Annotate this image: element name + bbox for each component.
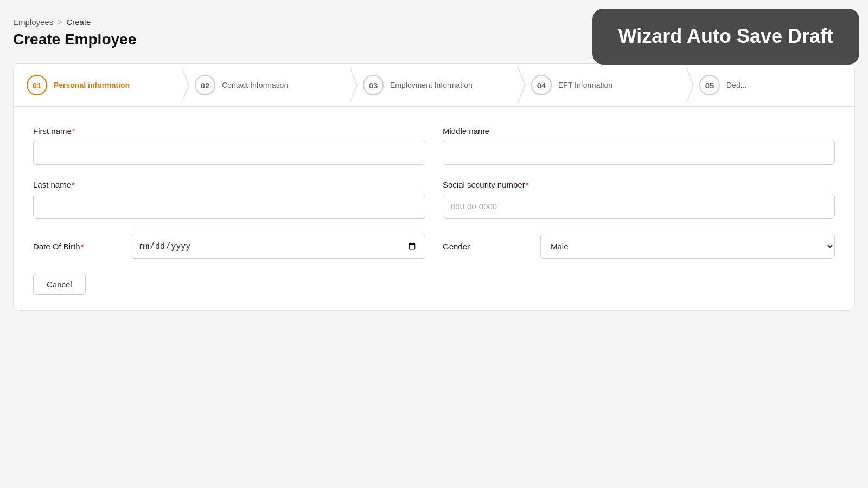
ssn-label: Social security number* xyxy=(443,180,835,189)
ssn-input[interactable] xyxy=(443,194,835,219)
tooltip-overlay: Wizard Auto Save Draft xyxy=(592,9,859,65)
step-4[interactable]: 04 EFT Information xyxy=(518,64,686,106)
step-1[interactable]: 01 Personal information xyxy=(14,64,182,106)
ssn-group: Social security number* xyxy=(443,180,835,219)
gender-label-group: Gender xyxy=(443,242,529,251)
ssn-required: * xyxy=(526,180,529,189)
last-name-label: Last name* xyxy=(33,180,425,189)
step-3-label: Employment Information xyxy=(390,81,473,89)
gender-group: Gender Male Female Other xyxy=(443,234,835,259)
step-2-number: 02 xyxy=(195,75,215,95)
steps-bar: 01 Personal information 02 Contact Infor… xyxy=(14,64,854,107)
form-row-2: Last name* Social security number* xyxy=(33,180,835,219)
first-name-input[interactable] xyxy=(33,140,425,165)
form-area: First name* Middle name Last name* xyxy=(14,107,854,310)
middle-name-group: Middle name xyxy=(443,126,835,165)
last-name-group: Last name* xyxy=(33,180,425,219)
last-name-input[interactable] xyxy=(33,194,425,219)
tooltip-text: Wizard Auto Save Draft xyxy=(618,25,833,47)
form-row-1: First name* Middle name xyxy=(33,126,835,165)
step-5-label: Ded... xyxy=(726,81,746,89)
step-4-label: EFT Information xyxy=(558,81,612,89)
page-wrapper: Wizard Auto Save Draft Employees > Creat… xyxy=(0,0,868,328)
step-3[interactable]: 03 Employment Information xyxy=(350,64,518,106)
first-name-required: * xyxy=(72,126,75,136)
step-3-number: 03 xyxy=(363,75,384,95)
first-name-label: First name* xyxy=(33,126,425,136)
gender-select[interactable]: Male Female Other xyxy=(540,234,835,259)
form-row-3: Date Of Birth* Gender M xyxy=(33,234,835,259)
form-actions: Cancel xyxy=(33,274,835,295)
wizard-card: 01 Personal information 02 Contact Infor… xyxy=(13,63,855,311)
step-1-label: Personal information xyxy=(54,81,130,89)
dob-label-group: Date Of Birth* xyxy=(33,242,120,251)
first-name-group: First name* xyxy=(33,126,425,165)
breadcrumb-current: Create xyxy=(66,17,91,27)
step-5-number: 05 xyxy=(699,75,720,95)
dob-label: Date Of Birth* xyxy=(33,242,120,251)
cancel-button[interactable]: Cancel xyxy=(33,274,86,295)
step-2-label: Contact Information xyxy=(222,81,288,89)
dob-group: Date Of Birth* xyxy=(33,234,425,259)
gender-label: Gender xyxy=(443,242,529,251)
breadcrumb-separator: > xyxy=(58,18,62,27)
middle-name-input[interactable] xyxy=(443,140,835,165)
step-1-number: 01 xyxy=(27,75,47,95)
step-4-number: 04 xyxy=(531,75,552,95)
dob-required: * xyxy=(81,242,84,251)
step-2[interactable]: 02 Contact Information xyxy=(182,64,350,106)
gender-select-wrapper: Male Female Other xyxy=(540,234,835,259)
dob-input[interactable] xyxy=(131,234,425,259)
step-5[interactable]: 05 Ded... xyxy=(686,64,854,106)
breadcrumb-parent[interactable]: Employees xyxy=(13,17,53,27)
dob-input-wrapper xyxy=(131,234,425,259)
middle-name-label: Middle name xyxy=(443,126,835,136)
last-name-required: * xyxy=(72,180,75,189)
